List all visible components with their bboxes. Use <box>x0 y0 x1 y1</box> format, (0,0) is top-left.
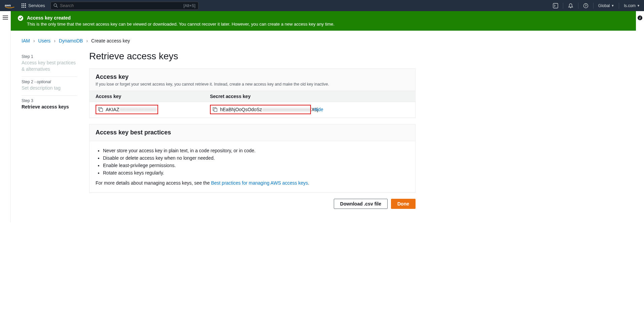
action-bar: Download .csv file Done <box>89 199 416 209</box>
check-circle-icon <box>17 15 24 21</box>
best-practices-more: For more details about managing access k… <box>96 180 409 186</box>
copy-icon[interactable] <box>213 107 217 112</box>
wizard-steps: Step 1 Access key best practices & alter… <box>22 50 77 209</box>
best-practices-panel: Access key best practices Never store yo… <box>89 124 416 193</box>
side-rail <box>0 11 11 222</box>
aws-logo[interactable]: aws <box>4 3 15 9</box>
region-selector[interactable]: Global▼ <box>598 3 614 8</box>
list-item: Rotate access keys regularly. <box>103 170 409 176</box>
chevron-right-icon: › <box>33 38 35 43</box>
access-key-panel: Access key If you lose or forget your se… <box>89 68 416 118</box>
svg-rect-23 <box>214 108 217 112</box>
caret-down-icon: ▼ <box>611 4 614 7</box>
best-practices-heading: Access key best practices <box>96 129 409 136</box>
svg-text:aws: aws <box>5 3 11 7</box>
breadcrumb-current: Create access key <box>91 38 130 43</box>
hamburger-toggle[interactable] <box>3 15 8 20</box>
chevron-right-icon: › <box>54 38 56 43</box>
help-icon[interactable]: ? <box>583 3 588 8</box>
done-button[interactable]: Done <box>391 199 416 209</box>
svg-rect-8 <box>23 7 24 8</box>
wizard-step-1[interactable]: Step 1 Access key best practices & alter… <box>22 52 77 77</box>
grid-icon <box>22 3 26 8</box>
caret-down-icon: ▼ <box>637 4 640 7</box>
list-item: Enable least-privilege permissions. <box>103 163 409 168</box>
hide-secret-link[interactable]: Hide <box>314 107 323 112</box>
top-navbar: aws Services [Alt+S] ? Global▼ ls.com▼ <box>0 0 644 11</box>
cloudshell-icon[interactable] <box>553 3 558 8</box>
secret-key-value: hEaBhjOoQsOdoSzxxxxxxxxxxxxxxxxxxxxxX1j <box>220 107 318 112</box>
search-kbd-hint: [Alt+S] <box>183 3 195 8</box>
svg-rect-21 <box>100 108 103 112</box>
best-practices-list: Never store your access key in plain tex… <box>96 148 409 176</box>
copy-icon[interactable] <box>98 107 103 112</box>
flash-title: Access key created <box>27 15 334 21</box>
svg-rect-6 <box>25 5 26 6</box>
svg-rect-12 <box>553 3 558 8</box>
col-header-access-key: Access key <box>90 91 204 102</box>
access-key-heading: Access key <box>96 73 409 81</box>
access-key-cell: AKIAZXXXXXXXXXXXX <box>96 105 158 114</box>
search-input[interactable] <box>60 3 183 8</box>
svg-rect-2 <box>23 3 24 4</box>
svg-rect-5 <box>23 5 24 6</box>
wizard-step-3[interactable]: Step 3 Retrieve access keys <box>22 96 77 114</box>
search-icon <box>53 3 58 8</box>
secret-key-cell: hEaBhjOoQsOdoSzxxxxxxxxxxxxxxxxxxxxxX1j <box>210 105 311 114</box>
flash-message: This is the only time that the secret ac… <box>27 22 334 27</box>
services-label: Services <box>28 3 45 8</box>
flash-success: Access key created This is the only time… <box>11 11 636 31</box>
access-key-value: AKIAZXXXXXXXXXXXX <box>106 107 157 112</box>
info-rail: i <box>636 11 644 222</box>
info-icon[interactable]: i <box>637 15 643 21</box>
search-box[interactable]: [Alt+S] <box>50 2 199 10</box>
services-menu[interactable]: Services <box>22 3 45 8</box>
breadcrumb-iam[interactable]: IAM <box>22 38 30 43</box>
svg-rect-3 <box>25 3 26 4</box>
svg-point-19 <box>18 15 23 21</box>
key-row: AKIAZXXXXXXXXXXXX hEaBhjOoQsOdoSzxxxxxxx… <box>90 102 415 118</box>
main-content: Retrieve access keys Access key If you l… <box>89 50 416 209</box>
breadcrumb: IAM › Users › DynamoDB › Create access k… <box>22 33 616 50</box>
svg-point-13 <box>570 7 571 8</box>
svg-text:?: ? <box>585 4 587 7</box>
chevron-right-icon: › <box>86 38 88 43</box>
breadcrumb-dynamodb[interactable]: DynamoDB <box>59 38 83 43</box>
svg-rect-7 <box>22 7 23 8</box>
account-menu[interactable]: ls.com▼ <box>624 3 640 8</box>
breadcrumb-users[interactable]: Users <box>38 38 51 43</box>
col-header-secret: Secret access key <box>204 91 415 102</box>
svg-line-11 <box>56 6 58 7</box>
list-item: Disable or delete access key when no lon… <box>103 155 409 161</box>
list-item: Never store your access key in plain tex… <box>103 148 409 153</box>
svg-rect-9 <box>25 7 26 8</box>
wizard-step-2[interactable]: Step 2 - optional Set description tag <box>22 77 77 96</box>
notifications-icon[interactable] <box>568 3 573 8</box>
svg-rect-1 <box>22 3 23 4</box>
svg-rect-4 <box>22 5 23 6</box>
best-practices-link[interactable]: Best practices for managing AWS access k… <box>211 180 308 186</box>
page-title: Retrieve access keys <box>89 50 416 68</box>
access-key-subtext: If you lose or forget your secret access… <box>96 82 409 87</box>
download-csv-button[interactable]: Download .csv file <box>334 199 388 209</box>
